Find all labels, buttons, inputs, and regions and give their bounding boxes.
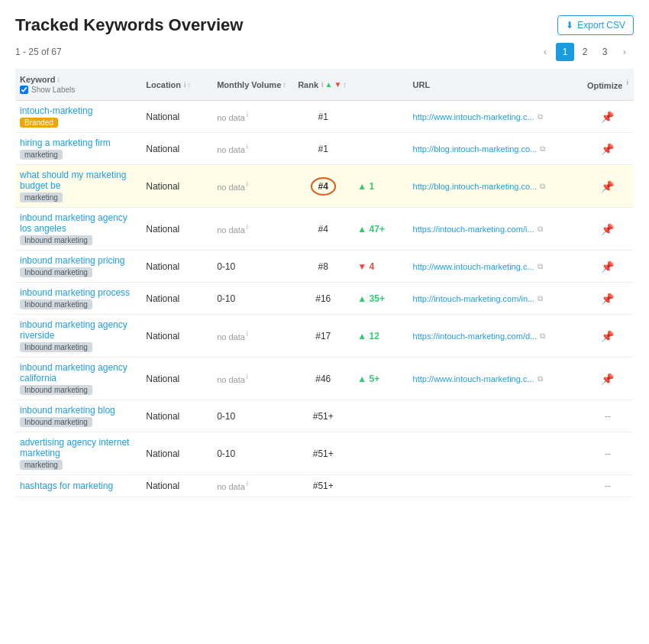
rank-value: #51+ <box>313 448 334 459</box>
location-cell: National <box>141 315 212 358</box>
rank-sort-down-icon[interactable]: ▼ <box>334 80 341 89</box>
optimize-info-icon[interactable]: i <box>626 79 628 86</box>
url-link[interactable]: http://blog.intouch-marketing.co... <box>413 182 538 191</box>
keyword-header: Keyword ↕ Show Labels <box>15 69 141 101</box>
page-3-button[interactable]: 3 <box>596 43 614 61</box>
location-header: Location i ↕ <box>141 69 212 101</box>
optimize-icon[interactable]: 📌 <box>601 143 614 155</box>
location-cell: National <box>141 208 212 251</box>
keyword-tag: marketing <box>20 460 63 470</box>
change-cell: ▲ 35+ <box>353 283 408 315</box>
change-cell: ▼ 4 <box>353 251 408 283</box>
url-link[interactable]: http://intouch-marketing.com/in... <box>413 294 535 303</box>
volume-info-icon[interactable]: i <box>247 143 248 150</box>
page-container: Tracked Keywords Overview ⬇ Export CSV 1… <box>0 0 649 513</box>
url-link[interactable]: https://intouch-marketing.com/i... <box>413 225 534 234</box>
keyword-link[interactable]: inbound marketing blog <box>20 405 115 416</box>
keyword-tag: Inbound marketing <box>20 342 92 352</box>
show-labels-label: Show Labels <box>31 86 75 94</box>
volume-cell: no datai <box>212 133 293 165</box>
optimize-dash: -- <box>605 411 611 422</box>
rank-cell: #51+ <box>293 475 353 497</box>
external-link-icon: ⧉ <box>540 332 545 341</box>
rank-cell: #51+ <box>293 400 353 432</box>
keyword-tag: Inbound marketing <box>20 417 92 427</box>
volume-info-icon[interactable]: i <box>247 330 248 338</box>
rank-value: #51+ <box>313 481 334 491</box>
page-2-button[interactable]: 2 <box>576 43 594 61</box>
location-sort-icon[interactable]: ↕ <box>188 81 192 89</box>
show-labels-checkbox[interactable] <box>20 86 28 94</box>
optimize-icon[interactable]: 📌 <box>601 330 614 342</box>
volume-cell: no datai <box>212 475 293 497</box>
rank-cell: #8 <box>293 251 353 283</box>
keyword-link[interactable]: inbound marketing agency los angeles <box>20 212 128 234</box>
keyword-link[interactable]: hashtags for marketing <box>20 481 113 491</box>
keyword-link[interactable]: inbound marketing pricing <box>20 255 124 266</box>
optimize-icon[interactable]: 📌 <box>601 261 614 273</box>
external-link-icon: ⧉ <box>538 294 543 303</box>
keyword-link[interactable]: intouch-marketing <box>20 105 92 116</box>
rank-value: #1 <box>318 144 328 154</box>
url-link[interactable]: http://www.intouch-marketing.c... <box>413 262 534 271</box>
keyword-link[interactable]: inbound marketing process <box>20 287 130 298</box>
rank-value: #1 <box>318 112 328 122</box>
url-link[interactable]: http://www.intouch-marketing.c... <box>413 374 534 383</box>
location-cell: National <box>141 133 212 165</box>
optimize-icon[interactable]: 📌 <box>601 111 614 123</box>
rank-cell: #46 <box>293 358 353 400</box>
location-cell: National <box>141 475 212 497</box>
pagination-row: 1 - 25 of 67 ‹ 1 2 3 › <box>15 43 634 61</box>
url-cell: http://blog.intouch-marketing.co...⧉ <box>408 165 582 208</box>
table-row: what should my marketing budget bemarket… <box>15 165 634 208</box>
location-cell: National <box>141 400 212 432</box>
optimize-icon[interactable]: 📌 <box>601 223 614 235</box>
optimize-icon[interactable]: 📌 <box>601 180 614 193</box>
location-cell: National <box>141 251 212 283</box>
volume-cell: no datai <box>212 165 293 208</box>
url-cell: https://intouch-marketing.com/d...⧉ <box>408 315 582 358</box>
location-cell: National <box>141 165 212 208</box>
table-row: inbound marketing agency riversideInboun… <box>15 315 634 358</box>
rank-sort-up-icon[interactable]: ▲ <box>325 80 333 89</box>
rank-value: #51+ <box>313 411 334 422</box>
volume-info-icon[interactable]: i <box>247 373 248 380</box>
optimize-icon[interactable]: 📌 <box>601 293 614 305</box>
rank-sort-icon[interactable]: ↕ <box>343 81 347 89</box>
sort-icon[interactable]: ↕ <box>57 76 60 83</box>
prev-page-button[interactable]: ‹ <box>536 43 554 61</box>
keyword-link[interactable]: what should my marketing budget be <box>20 170 126 191</box>
optimize-cell: 📌 <box>582 283 634 315</box>
table-row: advertising agency internet marketingmar… <box>15 432 634 475</box>
external-link-icon: ⧉ <box>538 262 543 271</box>
export-csv-button[interactable]: ⬇ Export CSV <box>557 15 634 35</box>
keyword-tag: Inbound marketing <box>20 299 92 309</box>
rank-header: Rank i ▲ ▼ ↕ <box>293 69 353 101</box>
optimize-icon[interactable]: 📌 <box>601 373 614 385</box>
location-info-icon[interactable]: i <box>184 81 186 89</box>
url-link[interactable]: http://blog.intouch-marketing.co... <box>413 144 538 154</box>
url-cell: https://intouch-marketing.com/i...⧉ <box>408 208 582 251</box>
external-link-icon: ⧉ <box>540 182 545 191</box>
keyword-link[interactable]: hiring a marketing firm <box>20 138 111 148</box>
volume-info-icon[interactable]: i <box>247 111 248 118</box>
page-1-button[interactable]: 1 <box>556 43 574 61</box>
table-header-row: Keyword ↕ Show Labels Location i ↕ <box>15 69 634 101</box>
keyword-link[interactable]: advertising agency internet marketing <box>20 437 129 458</box>
volume-info-icon[interactable]: i <box>247 480 248 487</box>
volume-info-icon[interactable]: i <box>247 180 248 188</box>
keyword-tag: Inbound marketing <box>20 235 92 245</box>
volume-sort-icon[interactable]: ↕ <box>283 81 286 89</box>
rank-info-icon[interactable]: i <box>321 81 324 89</box>
url-link[interactable]: https://intouch-marketing.com/d... <box>413 332 538 341</box>
change-cell <box>353 432 408 475</box>
rank-cell: #1 <box>293 101 353 133</box>
volume-info-icon[interactable]: i <box>247 223 248 231</box>
optimize-cell: -- <box>582 432 634 475</box>
url-link[interactable]: http://www.intouch-marketing.c... <box>413 112 534 121</box>
keyword-link[interactable]: inbound marketing agency california <box>20 362 128 383</box>
keyword-link[interactable]: inbound marketing agency riverside <box>20 319 128 341</box>
table-row: inbound marketing agency los angelesInbo… <box>15 208 634 251</box>
optimize-cell: -- <box>582 400 634 432</box>
next-page-button[interactable]: › <box>615 43 634 61</box>
